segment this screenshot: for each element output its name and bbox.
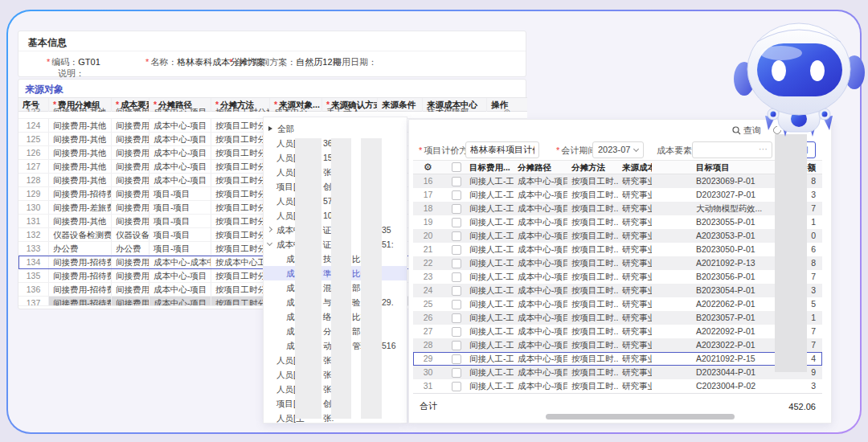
cell-path: 成本中心-项目 (514, 311, 567, 325)
cell-source: 研究事业部 (618, 325, 652, 338)
row-number: 130 (18, 201, 49, 214)
table-row[interactable]: 27间接人工-工资成本中心-项目按项目工时...研究事业部A2022092-P-… (413, 325, 822, 338)
tree-item-fragment: 準 (323, 268, 332, 280)
table-row[interactable]: 16间接人工-工资成本中心-项目按项目工时...研究事业部B2023069-P-… (413, 174, 822, 188)
row-checkbox[interactable] (452, 382, 461, 391)
row-checkbox[interactable] (452, 286, 461, 296)
cell-method: 按项目工时... (567, 297, 618, 311)
checkbox-cell (443, 379, 465, 393)
cell: 成本中心-项目 (149, 269, 211, 282)
cell: 间接费用-其他 (112, 174, 149, 186)
cell-fee: 间接人工-工资 (465, 270, 514, 284)
tree-item-fragment: 部 (352, 326, 361, 338)
tree-item-fragment: 混 (323, 283, 332, 294)
table-row[interactable]: 19间接人工-工资成本中心-项目按项目工时...研究事业部B2023055-P-… (413, 215, 822, 229)
row-checkbox[interactable] (452, 190, 461, 200)
cell-method: 按项目工时... (567, 311, 618, 325)
cell: 间接费用-其他 (112, 146, 149, 159)
cell-path: 成本中心-项目 (514, 379, 567, 393)
cell: 项目-项目 (149, 215, 211, 227)
column-header: 分摊路径 (514, 161, 567, 174)
table-row[interactable]: 29间接人工-工资成本中心-项目按项目工时...研究事业部A2021092-P-… (413, 352, 822, 366)
table-row[interactable]: 20间接人工-工资成本中心-项目按项目工时...研究事业部A2023053-P-… (413, 229, 822, 243)
row-checkbox[interactable] (452, 177, 461, 186)
row-checkbox[interactable] (452, 368, 461, 378)
gear-icon[interactable]: ⚙ (413, 161, 443, 174)
element-field-label: 成本要素 (657, 145, 692, 157)
table-row[interactable]: 31间接人工-工资成本中心-项目按项目工时...研究事业部C2023004-P-… (413, 379, 822, 393)
row-checkbox[interactable] (452, 245, 461, 255)
row-checkbox[interactable] (452, 218, 461, 227)
cell (378, 105, 423, 112)
select-all-checkbox[interactable] (452, 162, 461, 172)
cell: 成本中心-项目 (149, 133, 211, 145)
row-checkbox[interactable] (452, 300, 461, 309)
cell-project: A2022092-P-01 (692, 325, 776, 338)
cell-spacer (674, 284, 692, 297)
cell-source: 研究事业部 (618, 270, 652, 284)
table-row[interactable]: 30间接人工-工资成本中心-项目按项目工时...研究事业部D2023044-P-… (413, 366, 822, 379)
table-row[interactable]: 22间接人工-工资成本中心-项目按项目工时...研究事业部A2021092-P-… (413, 256, 822, 270)
table-row[interactable]: 18间接人工-工资成本中心-项目按项目工时...研究事业部大动物模型药效...7 (413, 202, 822, 215)
row-checkbox[interactable] (452, 231, 461, 241)
cell-fee: 间接人工-工资 (465, 202, 514, 215)
cell-fee: 间接人工-工资 (465, 366, 514, 379)
cell-method: 按项目工时... (567, 366, 618, 379)
table-row[interactable]: 26间接人工-工资成本中心-项目按项目工时...研究事业部B2023057-P-… (413, 311, 822, 325)
table-row[interactable]: 17间接人工-工资成本中心-项目按项目工时...研究事业部D2023027-P-… (413, 188, 822, 202)
cell-spacer (652, 202, 663, 215)
table-row[interactable]: 21间接人工-工资成本中心-项目按项目工时...研究事业部B2023050-P-… (413, 243, 822, 256)
table-row[interactable]: 24间接人工-工资成本中心-项目按项目工时...研究事业部B2023054-P-… (413, 284, 822, 297)
row-checkbox[interactable] (452, 204, 461, 214)
cell-source: 研究事业部 (618, 284, 652, 297)
row-checkbox[interactable] (452, 354, 461, 364)
period-select[interactable]: 2023-07 (592, 141, 644, 158)
field-label: 说明： (58, 68, 84, 78)
row-checkbox[interactable] (452, 327, 461, 337)
cell-project: B2023069-P-01 (692, 174, 776, 188)
cell-spacer (652, 188, 663, 202)
plan-input[interactable] (465, 141, 539, 158)
row-number: 134 (18, 256, 49, 268)
table-row[interactable]: 25间接人工-工资成本中心-项目按项目工时...研究事业部A2022062-P-… (413, 297, 822, 311)
tree-item[interactable]: 全部 (264, 121, 407, 136)
basic-field-停用日期: 停用日期： (333, 56, 377, 68)
cell-spacer (652, 215, 663, 229)
period-field-label: *会计期间 (556, 145, 596, 157)
cell: 间接费用-其他 (112, 215, 149, 227)
column-header (674, 161, 692, 174)
tree-item-fragment: 与 (323, 297, 332, 309)
cell: 间接费用-其他 (49, 119, 112, 132)
cell: 间接费用-其他 (49, 160, 112, 173)
row-checkbox[interactable] (452, 272, 461, 282)
table-row[interactable]: 28间接人工-工资成本中心-项目按项目工时...研究事业部A2023022-P-… (413, 338, 822, 352)
cell-method: 按项目工时... (567, 379, 618, 393)
tree-collapse-icon[interactable] (267, 240, 272, 246)
cell-project: B2023054-P-01 (692, 284, 776, 297)
cell: 办公费 (49, 242, 112, 255)
row-checkbox[interactable] (452, 313, 461, 323)
cell-source: 研究事业部 (618, 202, 652, 215)
column-header: 来源成本... (618, 161, 652, 174)
cell-spacer (663, 174, 674, 188)
cell-fee: 间接人工-工资 (465, 243, 514, 256)
row-checkbox[interactable] (452, 341, 461, 350)
tree-item-fragment: 部 (352, 283, 361, 294)
cell-spacer (652, 270, 663, 284)
horizontal-scrollbar[interactable] (546, 414, 735, 419)
tree-expand-icon[interactable] (267, 227, 272, 232)
table-row[interactable]: 23间接人工-工资成本中心-项目按项目工时...研究事业部B2023056-P-… (413, 270, 822, 284)
row-checkbox[interactable] (452, 259, 461, 268)
cell: 按项目工时分摊 (211, 269, 270, 282)
cell-spacer (663, 270, 674, 284)
row-number: 136 (18, 283, 49, 296)
row-number: 128 (18, 174, 49, 186)
more-icon[interactable]: ⋯ (759, 144, 768, 154)
tree-expand-icon[interactable] (268, 126, 272, 131)
cell-project: B2023056-P-01 (692, 270, 776, 284)
cell: 按项目工时分摊 (211, 215, 270, 227)
cell-spacer (663, 311, 674, 325)
field-label: 编码： (51, 57, 78, 67)
cell-source: 研究事业部 (618, 366, 652, 379)
cell-source: 研究事业部 (618, 229, 652, 243)
